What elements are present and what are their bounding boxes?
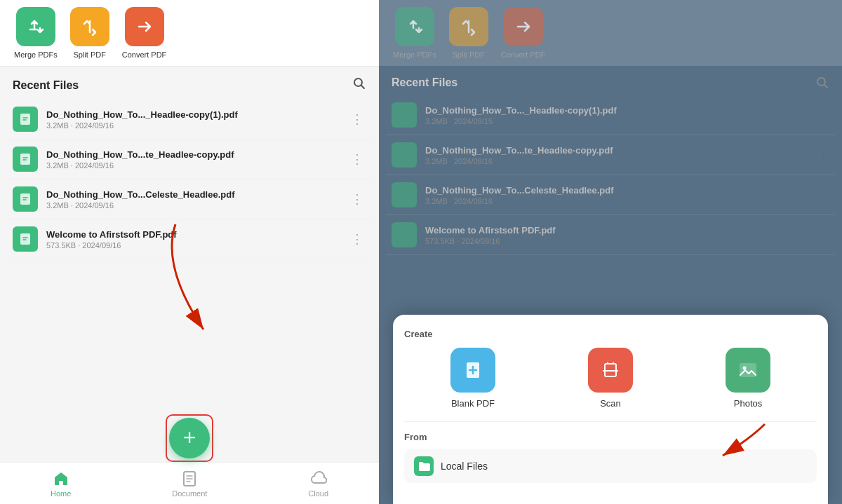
convert-pdf-label: Convert PDF: [122, 50, 167, 59]
right-file-icon-0: [392, 102, 417, 128]
file-info-0: Do_Nothing_How_To..._Headlee-copy(1).pdf…: [46, 109, 348, 130]
scan-action[interactable]: Scan: [588, 348, 633, 409]
right-file-meta-3: 573.5KB · 2024/09/16: [425, 237, 817, 245]
blank-pdf-icon: [450, 348, 495, 393]
right-file-meta-1: 3.2MB · 2024/09/16: [425, 157, 817, 165]
file-item-1[interactable]: Do_Nothing_How_To...te_Headlee-copy.pdf …: [7, 139, 372, 179]
right-merge-pdfs: Merge PDFs: [393, 7, 436, 59]
file-more-0[interactable]: ⋮: [348, 111, 366, 127]
right-file-more-1: ⋮: [817, 147, 829, 163]
convert-pdf-icon-wrap: [125, 7, 164, 46]
file-meta-2: 3.2MB · 2024/09/16: [46, 201, 348, 210]
split-pdf-label: Split PDF: [74, 50, 106, 59]
blank-pdf-svg: [461, 358, 485, 382]
photos-svg: [736, 358, 760, 382]
nav-cloud[interactable]: Cloud: [308, 470, 328, 498]
pdf-icon: [18, 112, 32, 126]
right-file-name-1: Do_Nothing_How_To...te_Headlee-copy.pdf: [425, 145, 817, 156]
create-label: Create: [404, 329, 817, 339]
from-label: From: [404, 432, 817, 442]
right-file-icon-1: [392, 142, 417, 168]
scan-svg: [599, 358, 622, 382]
left-tool-row: Merge PDFs Split PDF Convert PDF: [0, 0, 379, 67]
bottom-nav: Home Document Cloud: [0, 462, 379, 504]
right-file-more-0: ⋮: [817, 107, 829, 123]
right-file-item-2: Do_Nothing_How_To...Celeste_Headlee.pdf …: [386, 175, 835, 215]
right-file-more-2: ⋮: [817, 187, 829, 203]
left-recent-title: Recent Files: [13, 79, 79, 92]
left-panel: Merge PDFs Split PDF Convert PDF Recent …: [0, 0, 379, 504]
right-file-item-0: Do_Nothing_How_To..._Headlee-copy(1).pdf…: [386, 95, 835, 135]
local-files-button[interactable]: Local Files: [404, 449, 817, 483]
pdf-icon: [18, 152, 32, 166]
add-button[interactable]: +: [169, 418, 210, 458]
convert-pdf-icon: [135, 17, 154, 36]
popup-divider: [404, 421, 817, 422]
file-more-3[interactable]: ⋮: [348, 231, 366, 247]
home-icon: [52, 470, 70, 488]
file-item-3[interactable]: Welcome to Afirstsoft PDF.pdf 573.5KB · …: [7, 219, 372, 259]
right-file-item-1: Do_Nothing_How_To...te_Headlee-copy.pdf …: [386, 135, 835, 175]
right-file-icon-3: [392, 222, 417, 247]
svg-rect-2: [20, 154, 30, 165]
right-split-label: Split PDF: [453, 50, 485, 59]
photos-icon-wrap: [726, 348, 770, 393]
home-label: Home: [51, 489, 71, 498]
right-recent-header: Recent Files: [379, 66, 842, 95]
file-name-2: Do_Nothing_How_To...Celeste_Headlee.pdf: [46, 189, 348, 200]
fab-box: +: [166, 414, 213, 462]
cloud-icon: [309, 470, 328, 488]
file-item-0[interactable]: Do_Nothing_How_To..._Headlee-copy(1).pdf…: [7, 100, 372, 139]
right-convert-icon: [504, 7, 543, 46]
right-file-meta-2: 3.2MB · 2024/09/16: [425, 197, 817, 205]
right-panel: Merge PDFs Split PDF Convert PDF Recent …: [379, 0, 842, 504]
file-item-2[interactable]: Do_Nothing_How_To...Celeste_Headlee.pdf …: [7, 179, 372, 219]
file-more-2[interactable]: ⋮: [348, 191, 366, 207]
split-pdf-icon-wrap: [70, 7, 109, 46]
right-split-pdf: Split PDF: [449, 7, 488, 59]
svg-rect-1: [20, 114, 30, 125]
merge-pdfs-tool[interactable]: Merge PDFs: [14, 7, 58, 59]
file-icon-1: [13, 147, 38, 172]
right-split-icon: [449, 7, 488, 46]
scan-icon-wrap: [588, 348, 633, 393]
file-more-1[interactable]: ⋮: [348, 151, 366, 167]
file-meta-1: 3.2MB · 2024/09/16: [46, 161, 348, 170]
pdf-icon: [18, 192, 32, 206]
right-merge-icon: [395, 7, 434, 46]
merge-pdfs-label: Merge PDFs: [14, 50, 58, 59]
right-file-name-0: Do_Nothing_How_To..._Headlee-copy(1).pdf: [425, 105, 817, 116]
file-icon-3: [13, 226, 38, 252]
photos-action[interactable]: Photos: [726, 348, 770, 409]
convert-pdf-tool[interactable]: Convert PDF: [122, 7, 167, 59]
file-meta-3: 573.5KB · 2024/09/16: [46, 241, 348, 250]
nav-document[interactable]: Document: [172, 470, 207, 498]
create-popup: Create Blank PDF: [393, 315, 828, 504]
nav-home[interactable]: Home: [51, 470, 71, 498]
right-file-name-2: Do_Nothing_How_To...Celeste_Headlee.pdf: [425, 185, 817, 196]
right-file-more-3: ⋮: [817, 227, 829, 243]
right-recent-title: Recent Files: [392, 76, 457, 89]
merge-pdfs-icon: [26, 17, 46, 36]
right-file-item-3: Welcome to Afirstsoft PDF.pdf 573.5KB · …: [386, 215, 835, 255]
pdf-icon: [18, 232, 32, 246]
file-name-3: Welcome to Afirstsoft PDF.pdf: [46, 229, 348, 240]
split-pdf-tool[interactable]: Split PDF: [70, 7, 109, 59]
file-icon-0: [13, 107, 38, 132]
right-tool-row: Merge PDFs Split PDF Convert PDF: [379, 0, 842, 66]
right-file-icon-2: [392, 182, 417, 207]
merge-pdfs-icon-wrap: [16, 7, 55, 46]
file-info-3: Welcome to Afirstsoft PDF.pdf 573.5KB · …: [46, 229, 348, 250]
search-icon: [352, 76, 366, 90]
right-search-icon: [815, 76, 829, 90]
blank-pdf-action[interactable]: Blank PDF: [450, 348, 495, 409]
photos-label: Photos: [734, 398, 762, 409]
file-icon-2: [13, 186, 38, 212]
document-label: Document: [172, 489, 207, 498]
folder-icon: [417, 460, 430, 472]
fab-wrapper: +: [166, 414, 213, 462]
right-file-list: Do_Nothing_How_To..._Headlee-copy(1).pdf…: [379, 95, 842, 255]
left-search-button[interactable]: [352, 76, 366, 94]
svg-rect-3: [20, 193, 30, 205]
blank-pdf-label: Blank PDF: [451, 398, 495, 409]
